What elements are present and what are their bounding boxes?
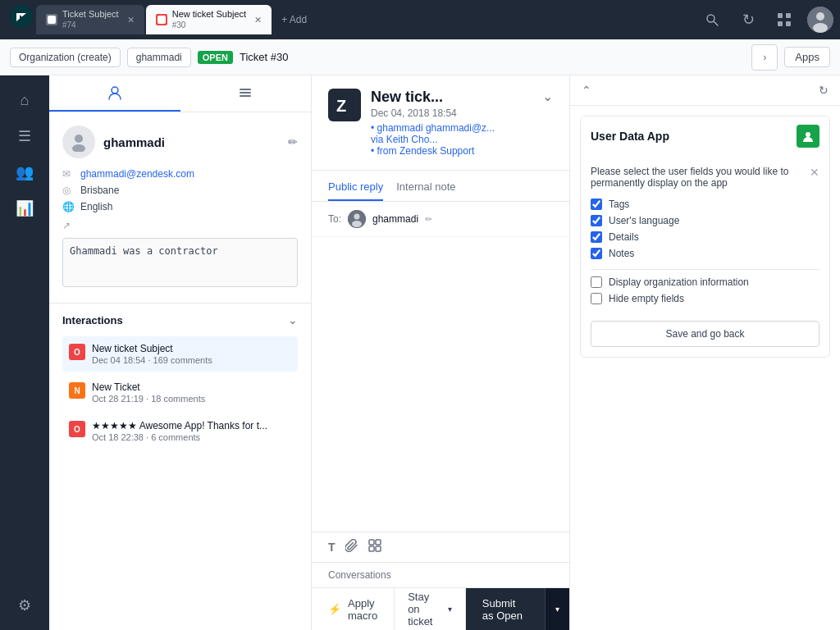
interaction-meta-1: Oct 28 21:19 · 18 comments [92, 394, 291, 404]
interaction-item-1[interactable]: N New Ticket Oct 28 21:19 · 18 comments [62, 375, 298, 410]
svg-point-9 [816, 12, 824, 21]
stay-label: Stay on ticket [408, 591, 443, 628]
tab-subtitle-74: #74 [62, 21, 119, 30]
reply-to-section: To: ghammadi ✏ [312, 202, 569, 237]
divider [591, 269, 819, 270]
apps-grid-icon-btn[interactable] [771, 7, 797, 33]
external-link-icon: ↗ [62, 220, 71, 231]
tab-subtitle-30: #30 [172, 21, 246, 30]
app-close-icon[interactable]: ✕ [810, 166, 819, 179]
user-name: ghammadi [103, 135, 280, 149]
macro-icon: ⚡ [328, 603, 341, 615]
right-panel-collapse-button[interactable]: ⌃ [582, 84, 591, 97]
tab-30[interactable]: New ticket Subject #30 ✕ [146, 5, 272, 34]
tags-checkbox[interactable] [591, 199, 602, 210]
checkbox-group-main: Tags User's language Details Notes [591, 199, 819, 259]
interaction-badge-1: N [69, 382, 85, 399]
notes-checkbox[interactable] [591, 248, 602, 259]
reply-tab-internal[interactable]: Internal note [396, 180, 455, 201]
to-name: ghammadi [372, 213, 418, 225]
user-avatar-top[interactable] [807, 7, 833, 33]
reply-tab-public[interactable]: Public reply [328, 180, 383, 201]
svg-rect-22 [369, 540, 374, 545]
interaction-title-2: ★★★★★ Awesome App! Thanks for t... [92, 420, 291, 431]
edit-to-button[interactable]: ✏ [425, 214, 432, 225]
to-avatar [348, 210, 366, 228]
tab-ticket-icon-30 [156, 14, 167, 25]
submit-dropdown-button[interactable]: ▾ [545, 588, 569, 630]
user-email[interactable]: ghammadi@zendesk.com [80, 168, 194, 180]
ticket-dropdown-button[interactable]: ⌄ [542, 89, 553, 104]
text-format-icon[interactable]: T [328, 541, 336, 554]
sidebar-reports-icon[interactable]: 📊 [10, 194, 39, 223]
apps-button[interactable]: Apps [784, 47, 830, 67]
svg-rect-1 [158, 16, 166, 24]
conversations-label: Conversations [312, 562, 569, 587]
details-label: Details [609, 231, 639, 243]
interaction-item-2[interactable]: O ★★★★★ Awesome App! Thanks for t... Oct… [62, 413, 298, 449]
submit-button[interactable]: Submit as Open [466, 588, 545, 630]
user-crumb[interactable]: ghammadi [127, 48, 191, 67]
tab-ticket-icon-74 [46, 14, 57, 25]
user-section: ghammadi ✏ ✉ ghammadi@zendesk.com ◎ Bris… [49, 112, 311, 304]
interactions-collapse-button[interactable]: ⌄ [288, 313, 298, 326]
ticket-title: New tick... [371, 89, 532, 106]
tab-74[interactable]: Ticket Subject #74 ✕ [36, 5, 144, 34]
svg-line-3 [714, 21, 718, 25]
user-note-field[interactable] [62, 238, 298, 287]
sidebar-settings-icon[interactable]: ⚙ [10, 591, 39, 620]
sidebar-home-icon[interactable]: ⌂ [10, 85, 39, 115]
language-icon: 🌐 [62, 201, 74, 212]
sidebar-users-icon[interactable]: 👥 [10, 158, 39, 187]
search-icon-btn[interactable] [699, 7, 725, 33]
add-tab-button[interactable]: + Add [273, 11, 315, 29]
reply-body[interactable] [312, 237, 569, 532]
checkbox-details: Details [591, 231, 819, 243]
svg-rect-25 [376, 546, 381, 551]
org-crumb[interactable]: Organization (create) [10, 48, 121, 67]
right-panel-refresh-button[interactable]: ↻ [819, 84, 829, 97]
ticket-avatar: Z [328, 89, 361, 121]
interaction-title-1: New Ticket [92, 381, 291, 393]
zendesk-logo [7, 2, 36, 31]
more-tools-icon[interactable] [368, 539, 381, 555]
bottom-bar: ⚡ Apply macro Stay on ticket ▾ Submit as… [312, 587, 569, 630]
tab-close-30[interactable]: ✕ [254, 15, 262, 25]
ticket-label: Ticket #30 [240, 51, 289, 63]
panel-tab-person[interactable] [49, 75, 180, 112]
email-icon: ✉ [62, 168, 74, 180]
svg-rect-7 [786, 21, 791, 26]
refresh-icon-btn[interactable]: ↻ [735, 7, 761, 33]
reply-section: Public reply Internal note To: ghammadi … [312, 171, 569, 587]
hide-empty-checkbox[interactable] [591, 293, 602, 304]
svg-point-15 [75, 135, 83, 143]
nav-forward-button[interactable]: › [751, 44, 778, 71]
apply-macro-button[interactable]: ⚡ Apply macro [312, 588, 395, 630]
app-icon-button[interactable] [797, 125, 819, 148]
org-info-checkbox[interactable] [591, 276, 602, 288]
panel-tabs [49, 75, 311, 112]
notes-label: Notes [609, 248, 634, 259]
details-checkbox[interactable] [591, 231, 602, 243]
top-icons: ↻ [699, 7, 833, 33]
interaction-item-0[interactable]: O New ticket Subject Dec 04 18:54 · 169 … [62, 336, 298, 372]
stay-on-ticket-button[interactable]: Stay on ticket ▾ [395, 588, 466, 630]
svg-text:Z: Z [336, 97, 346, 115]
edit-user-button[interactable]: ✏ [288, 135, 298, 148]
breadcrumb: Organization (create) ghammadi OPEN Tick… [0, 39, 840, 75]
ticket-header: Z New tick... Dec 04, 2018 18:54 • ghamm… [312, 75, 569, 171]
interactions-section: Interactions ⌄ O New ticket Subject Dec … [49, 304, 311, 630]
save-and-go-back-button[interactable]: Save and go back [591, 321, 819, 347]
interaction-badge-2: O [69, 421, 85, 437]
right-panel: ⌃ ↻ User Data App Please select the user… [569, 75, 840, 630]
language-checkbox[interactable] [591, 215, 602, 226]
ticket-from: • ghammadi ghammadi@z... via Keith Cho..… [371, 122, 532, 157]
checkbox-hide-empty: Hide empty fields [591, 293, 819, 304]
panel-tab-list[interactable] [180, 75, 312, 112]
sidebar-tickets-icon[interactable]: ☰ [10, 121, 39, 151]
tags-label: Tags [609, 199, 629, 210]
app-title: User Data App [591, 130, 669, 143]
attach-icon[interactable] [345, 539, 358, 555]
tab-close-74[interactable]: ✕ [127, 15, 135, 25]
macro-label: Apply macro [348, 597, 377, 622]
